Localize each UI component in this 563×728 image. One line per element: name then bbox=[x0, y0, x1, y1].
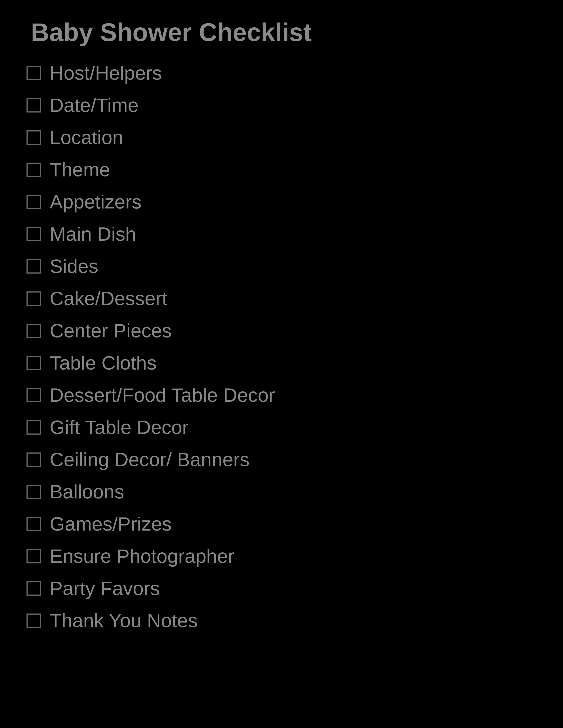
checkbox-item-6[interactable] bbox=[26, 259, 41, 274]
item-label-13: Balloons bbox=[50, 480, 124, 503]
checkbox-item-0[interactable] bbox=[26, 66, 41, 80]
item-label-11: Gift Table Decor bbox=[50, 416, 188, 439]
checkbox-item-17[interactable] bbox=[26, 614, 41, 628]
checkbox-item-1[interactable] bbox=[26, 98, 41, 113]
checkbox-item-11[interactable] bbox=[26, 420, 41, 435]
list-item: Center Pieces bbox=[26, 318, 537, 344]
list-item: Theme bbox=[26, 157, 537, 183]
list-item: Location bbox=[26, 124, 537, 150]
item-label-8: Center Pieces bbox=[50, 319, 172, 342]
list-item: Balloons bbox=[26, 479, 537, 505]
item-label-9: Table Cloths bbox=[50, 352, 156, 374]
item-label-7: Cake/Dessert bbox=[50, 287, 167, 310]
item-label-10: Dessert/Food Table Decor bbox=[50, 384, 275, 406]
checkbox-item-5[interactable] bbox=[26, 227, 41, 241]
item-label-0: Host/Helpers bbox=[50, 62, 162, 84]
list-item: Games/Prizes bbox=[26, 511, 537, 537]
checkbox-item-2[interactable] bbox=[26, 130, 41, 145]
item-label-4: Appetizers bbox=[50, 191, 141, 213]
checkbox-item-12[interactable] bbox=[26, 452, 41, 467]
list-item: Cake/Dessert bbox=[26, 285, 537, 311]
list-item: Main Dish bbox=[26, 221, 537, 247]
checkbox-item-7[interactable] bbox=[26, 291, 41, 306]
list-item: Table Cloths bbox=[26, 350, 537, 376]
list-item: Sides bbox=[26, 253, 537, 279]
checkbox-item-15[interactable] bbox=[26, 549, 41, 563]
checkbox-item-9[interactable] bbox=[26, 356, 41, 370]
list-item: Thank You Notes bbox=[26, 608, 537, 634]
list-item: Host/Helpers bbox=[26, 60, 537, 86]
item-label-1: Date/Time bbox=[50, 94, 139, 116]
checkbox-item-3[interactable] bbox=[26, 163, 41, 177]
item-label-6: Sides bbox=[50, 255, 98, 278]
item-label-5: Main Dish bbox=[50, 223, 136, 245]
list-item: Ceiling Decor/ Banners bbox=[26, 447, 537, 473]
list-item: Ensure Photographer bbox=[26, 543, 537, 569]
checkbox-item-8[interactable] bbox=[26, 324, 41, 338]
list-item: Gift Table Decor bbox=[26, 414, 537, 440]
item-label-2: Location bbox=[50, 126, 123, 149]
item-label-16: Party Favors bbox=[50, 577, 160, 600]
item-label-17: Thank You Notes bbox=[50, 609, 197, 632]
checkbox-item-10[interactable] bbox=[26, 388, 41, 402]
list-item: Dessert/Food Table Decor bbox=[26, 382, 537, 408]
item-label-15: Ensure Photographer bbox=[50, 545, 234, 567]
page-title: Baby Shower Checklist bbox=[31, 18, 537, 47]
item-label-3: Theme bbox=[50, 158, 110, 181]
checkbox-item-16[interactable] bbox=[26, 581, 41, 596]
checkbox-item-13[interactable] bbox=[26, 485, 41, 499]
checkbox-item-14[interactable] bbox=[26, 517, 41, 531]
item-label-14: Games/Prizes bbox=[50, 513, 172, 535]
checkbox-item-4[interactable] bbox=[26, 195, 41, 209]
list-item: Date/Time bbox=[26, 92, 537, 118]
item-label-12: Ceiling Decor/ Banners bbox=[50, 448, 249, 471]
list-item: Party Favors bbox=[26, 575, 537, 601]
checklist: Host/HelpersDate/TimeLocationThemeAppeti… bbox=[26, 60, 537, 634]
list-item: Appetizers bbox=[26, 189, 537, 215]
